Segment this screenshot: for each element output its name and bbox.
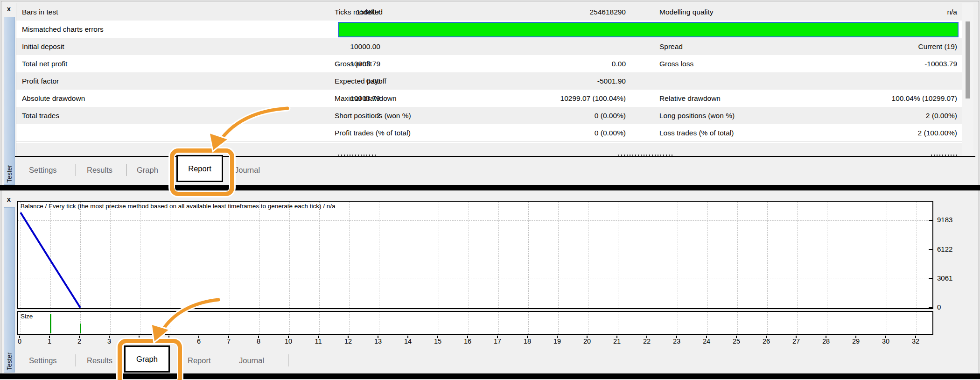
stat-label: Total trades — [22, 107, 59, 124]
gridline — [648, 312, 648, 334]
gridline — [558, 312, 559, 334]
gridline — [767, 312, 768, 334]
tab-report[interactable]: Report — [188, 347, 211, 373]
table-row: Absolute drawdown10003.79 Maximal drawdo… — [16, 90, 962, 107]
tester-rail-bar[interactable]: Tester — [4, 17, 15, 185]
gridline — [528, 312, 529, 334]
trade-size-bar — [80, 324, 81, 333]
vertical-scrollbar[interactable] — [962, 3, 973, 156]
report-table: Bars in test156607 Ticks modelled2546182… — [16, 3, 962, 156]
gridline — [409, 312, 409, 334]
gridline — [827, 312, 827, 334]
chart-title: Balance / Every tick (the most precise m… — [21, 203, 336, 210]
x-tick-label: 13 — [374, 338, 382, 345]
x-tick-label: 2 — [77, 338, 81, 345]
gridline — [319, 312, 320, 334]
tester-rail-bar[interactable]: Tester — [4, 207, 15, 373]
y-tick-label: 3061 — [937, 274, 952, 282]
tab-graph-active[interactable]: Graph — [124, 345, 170, 373]
tab-journal[interactable]: Journal — [239, 347, 264, 373]
table-row: Bars in test156607 Ticks modelled2546182… — [16, 3, 962, 21]
x-tick-label: 10 — [285, 338, 292, 345]
gridline — [349, 312, 350, 334]
chart-y-axis: 0306161229183 — [937, 201, 974, 313]
x-tick-label: 20 — [583, 338, 591, 345]
gridline — [379, 312, 379, 334]
gridline — [259, 312, 260, 334]
tab-report-active[interactable]: Report — [176, 155, 223, 182]
tester-rail-label: Tester — [6, 165, 13, 183]
x-tick-label: 17 — [494, 338, 501, 345]
x-tick-label: 28 — [822, 338, 830, 345]
gridline — [887, 312, 887, 334]
tab-journal[interactable]: Journal — [235, 157, 260, 183]
balance-chart: Balance / Every tick (the most precise m… — [17, 201, 933, 309]
panel-divider — [0, 185, 980, 190]
gridline — [678, 312, 678, 334]
tab-settings[interactable]: Settings — [29, 157, 57, 183]
y-tick-label: 6122 — [937, 245, 952, 253]
gridline — [110, 312, 111, 334]
x-tick-label: 14 — [404, 338, 412, 345]
x-tick-label: 12 — [344, 338, 352, 345]
stat-value: 10000.00 — [203, 38, 380, 55]
scrollbar-thumb[interactable] — [966, 21, 970, 99]
tab-separator — [284, 164, 284, 176]
gridline — [618, 312, 618, 334]
gridline — [797, 312, 798, 334]
table-row: Total trades2 Short positions (won %)0 (… — [16, 107, 962, 125]
gridline — [200, 312, 200, 334]
report-panel-tabbar: Settings Results Graph Journal — [15, 157, 975, 184]
gridline — [170, 312, 170, 334]
clipped-table-row — [16, 143, 962, 156]
stat-label: Maximal drawdown — [335, 90, 397, 107]
gridline — [289, 312, 290, 334]
y-tick-label: 0 — [937, 303, 941, 311]
tab-separator — [227, 354, 227, 366]
gridline — [588, 312, 588, 334]
tab-results[interactable]: Results — [87, 347, 112, 373]
report-panel-rail: x Tester — [2, 2, 15, 185]
stat-value: n/a — [800, 3, 957, 21]
stat-label: Ticks modelled — [335, 3, 383, 21]
x-tick-label: 0 — [18, 338, 21, 345]
stat-label: Relative drawdown — [659, 90, 721, 107]
stat-label: Loss trades (% of total) — [659, 124, 734, 141]
graph-panel-rail: x Tester — [2, 192, 15, 373]
y-tick-label: 9183 — [937, 216, 952, 224]
stat-label: Bars in test — [22, 3, 58, 21]
close-icon[interactable]: x — [5, 5, 13, 13]
stat-value: 2 (0.00%) — [800, 107, 957, 124]
table-row: Mismatched charts errors120104 — [16, 21, 962, 38]
stat-label: Profit factor — [22, 72, 59, 90]
gridline — [857, 312, 857, 334]
stat-label: Long positions (won %) — [659, 107, 735, 124]
stat-value: 0.00 — [483, 55, 626, 72]
gridline — [498, 312, 499, 334]
x-tick-label: 8 — [257, 338, 260, 345]
x-tick-label: 32 — [912, 338, 919, 345]
stat-label: Spread — [659, 38, 683, 55]
x-tick-label: 29 — [852, 338, 860, 345]
tab-separator — [288, 354, 288, 366]
x-tick-label: 16 — [464, 338, 471, 345]
x-tick-label: 30 — [882, 338, 889, 345]
stat-value: 10299.07 (100.04%) — [483, 90, 626, 107]
stat-label: Expected payoff — [335, 72, 386, 90]
stat-label: Short positions (won %) — [335, 107, 411, 124]
tab-settings[interactable]: Settings — [29, 347, 57, 373]
gridline — [140, 312, 140, 334]
gridline — [230, 312, 230, 334]
x-tick-label: 7 — [227, 338, 231, 345]
trade-size-bar — [50, 314, 51, 333]
x-tick-label: 23 — [673, 338, 680, 345]
stat-label: Total net profit — [22, 55, 67, 72]
tab-graph[interactable]: Graph — [137, 157, 158, 183]
gridline — [707, 312, 708, 334]
stat-value: 2 (100.00%) — [800, 124, 957, 141]
x-tick-label: 6 — [197, 338, 201, 345]
tab-results[interactable]: Results — [87, 157, 112, 183]
x-tick-label: 19 — [553, 338, 561, 345]
close-icon[interactable]: x — [5, 195, 13, 204]
stat-label: Mismatched charts errors — [22, 21, 104, 38]
